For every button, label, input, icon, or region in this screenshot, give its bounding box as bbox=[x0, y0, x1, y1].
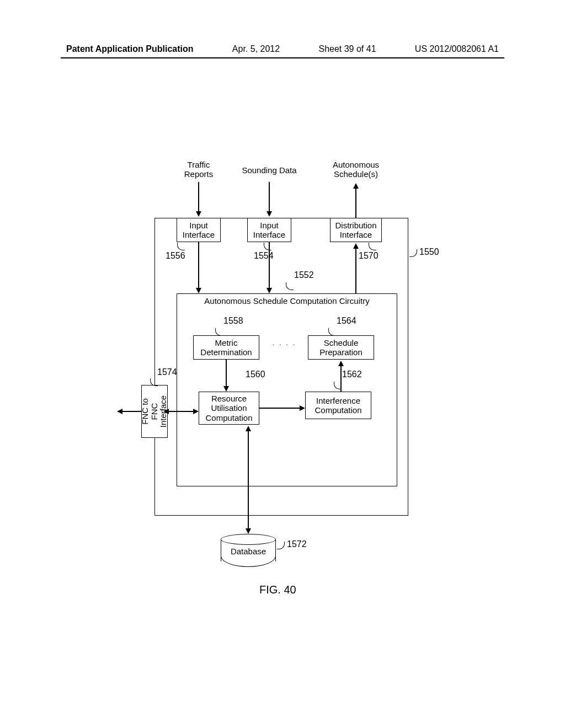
arrowhead-icon bbox=[246, 426, 251, 431]
arrow bbox=[248, 430, 249, 529]
arrow bbox=[269, 182, 270, 212]
arrowhead-icon bbox=[266, 211, 272, 217]
ref-1550: 1550 bbox=[419, 247, 439, 257]
database-cylinder: Database bbox=[221, 534, 276, 567]
arrow bbox=[168, 411, 194, 412]
arrow bbox=[355, 188, 356, 218]
ref-1552: 1552 bbox=[294, 270, 314, 280]
ref-1574: 1574 bbox=[157, 367, 177, 377]
ref-1554: 1554 bbox=[254, 251, 274, 261]
box-asc: Autonomous Schedule Computation Circuitr… bbox=[177, 293, 397, 486]
ref-1558: 1558 bbox=[223, 316, 243, 326]
figure-diagram: Traffic Reports Sounding Data Autonomous… bbox=[138, 160, 447, 579]
header-date: Apr. 5, 2012 bbox=[232, 44, 280, 54]
arrowhead-icon bbox=[193, 409, 199, 414]
leader bbox=[277, 542, 285, 549]
arrowhead-icon bbox=[300, 405, 305, 411]
arrowhead-icon bbox=[246, 528, 251, 534]
arrow bbox=[226, 360, 227, 387]
arrow bbox=[269, 242, 270, 289]
box-distribution-interface: Distribution Interface bbox=[330, 218, 382, 242]
page-header: Patent Application Publication Apr. 5, 2… bbox=[0, 44, 565, 54]
arrowhead-icon bbox=[163, 409, 169, 414]
label-sounding-data: Sounding Data bbox=[236, 165, 302, 175]
label-autonomous-schedules: Autonomous Schedule(s) bbox=[326, 160, 386, 179]
header-rule bbox=[61, 57, 504, 58]
arrowhead-icon bbox=[196, 288, 201, 293]
figure-caption: FIG. 40 bbox=[259, 584, 296, 596]
box-input-interface-1: Input Interface bbox=[177, 218, 221, 242]
leader bbox=[409, 249, 417, 257]
header-left: Patent Application Publication bbox=[66, 44, 194, 54]
arrowhead-icon bbox=[223, 386, 229, 392]
arrowhead-icon bbox=[117, 409, 122, 414]
ref-1560: 1560 bbox=[246, 370, 265, 379]
label-traffic-reports: Traffic Reports bbox=[177, 160, 221, 179]
arrow bbox=[340, 365, 342, 392]
ref-1570: 1570 bbox=[359, 251, 379, 261]
arrowhead-icon bbox=[196, 211, 201, 217]
db-label: Database bbox=[221, 547, 276, 556]
arrowhead-icon bbox=[353, 183, 359, 189]
arrow bbox=[355, 248, 356, 295]
asc-label: Autonomous Schedule Computation Circuitr… bbox=[204, 296, 369, 306]
arrow bbox=[259, 408, 301, 409]
ref-1556: 1556 bbox=[166, 251, 185, 261]
arrowhead-icon bbox=[353, 243, 359, 249]
ref-1562: 1562 bbox=[342, 370, 362, 379]
box-metric-determination: Metric Determination bbox=[193, 335, 259, 360]
box-schedule-preparation: Schedule Preparation bbox=[308, 335, 374, 360]
header-pubno: US 2012/0082061 A1 bbox=[415, 44, 499, 54]
dotted-connector: · · · · bbox=[262, 339, 306, 349]
arrow bbox=[121, 411, 141, 412]
arrow bbox=[198, 242, 199, 289]
header-sheet: Sheet 39 of 41 bbox=[318, 44, 376, 54]
box-input-interface-2: Input Interface bbox=[247, 218, 291, 242]
arrowhead-icon bbox=[266, 288, 272, 293]
box-interference-computation: Interference Computation bbox=[305, 392, 371, 419]
box-resource-utilisation: Resource Utilisation Computation bbox=[199, 392, 259, 425]
arrowhead-icon bbox=[338, 361, 344, 366]
arrow bbox=[198, 182, 199, 212]
ref-1572: 1572 bbox=[287, 539, 307, 549]
ref-1564: 1564 bbox=[337, 316, 356, 326]
